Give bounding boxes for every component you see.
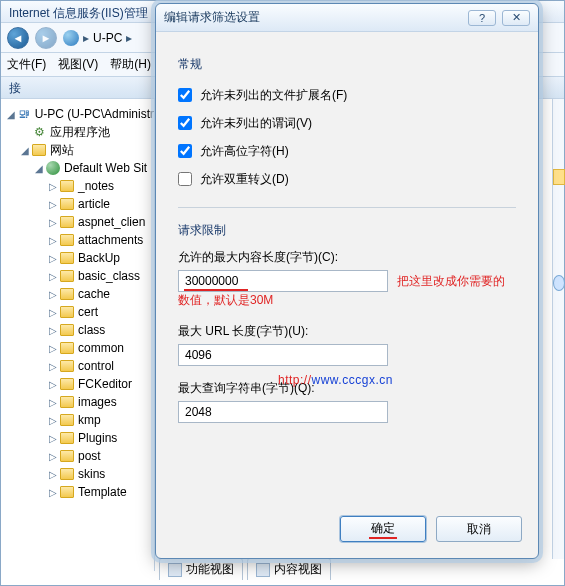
tree-folder-node[interactable]: ▷article bbox=[1, 195, 154, 213]
tree-label: Default Web Sit bbox=[64, 161, 147, 175]
tree-folder-node[interactable]: ▷post bbox=[1, 447, 154, 465]
right-sidebar bbox=[552, 99, 564, 559]
checkbox-label: 允许高位字符(H) bbox=[200, 143, 289, 160]
features-icon bbox=[168, 563, 182, 577]
expand-icon[interactable]: ▷ bbox=[47, 181, 59, 192]
view-tabs: 功能视图 内容视图 bbox=[159, 557, 331, 581]
tree-folder-node[interactable]: ▷Template bbox=[1, 483, 154, 501]
expand-icon[interactable]: ▷ bbox=[47, 235, 59, 246]
help-icon[interactable] bbox=[553, 275, 565, 291]
site-icon bbox=[45, 160, 61, 176]
forward-button[interactable]: ► bbox=[35, 27, 57, 49]
back-button[interactable]: ◄ bbox=[7, 27, 29, 49]
input-max-query[interactable] bbox=[178, 401, 388, 423]
content-icon bbox=[256, 563, 270, 577]
expand-icon[interactable]: ▷ bbox=[47, 253, 59, 264]
dialog-titlebar[interactable]: 编辑请求筛选设置 ? ✕ bbox=[156, 4, 538, 32]
tree-label: 网站 bbox=[50, 142, 74, 159]
tree-folder-node[interactable]: ▷cache bbox=[1, 285, 154, 303]
expand-icon[interactable]: ▷ bbox=[47, 451, 59, 462]
input-max-content[interactable] bbox=[178, 270, 388, 292]
dialog-body: 常规 允许未列出的文件扩展名(F) 允许未列出的谓词(V) 允许高位字符(H) … bbox=[156, 32, 538, 433]
tree-folder-node[interactable]: ▷common bbox=[1, 339, 154, 357]
section-general: 常规 bbox=[178, 56, 516, 73]
expand-icon[interactable]: ▷ bbox=[47, 379, 59, 390]
tab-content-view[interactable]: 内容视图 bbox=[247, 558, 331, 580]
tree-label: common bbox=[78, 341, 124, 355]
tree-folder-node[interactable]: ▷class bbox=[1, 321, 154, 339]
expand-icon[interactable]: ▷ bbox=[47, 397, 59, 408]
folder-icon bbox=[59, 430, 75, 446]
ok-button[interactable]: 确定 bbox=[340, 516, 426, 542]
tree-label: FCKeditor bbox=[78, 377, 132, 391]
folder-icon bbox=[59, 448, 75, 464]
menu-help[interactable]: 帮助(H) bbox=[110, 56, 151, 73]
tree-label: class bbox=[78, 323, 105, 337]
tab-label: 内容视图 bbox=[274, 561, 322, 578]
help-button[interactable]: ? bbox=[468, 10, 496, 26]
sidebar-marker bbox=[553, 169, 565, 185]
checkbox-input[interactable] bbox=[178, 88, 192, 102]
tree-apppools-node[interactable]: ⚙ 应用程序池 bbox=[1, 123, 154, 141]
tab-features-view[interactable]: 功能视图 bbox=[159, 558, 243, 580]
checkbox-input[interactable] bbox=[178, 144, 192, 158]
expand-icon[interactable]: ▷ bbox=[47, 487, 59, 498]
checkbox-input[interactable] bbox=[178, 172, 192, 186]
checkbox-label: 允许未列出的文件扩展名(F) bbox=[200, 87, 347, 104]
tree-folder-node[interactable]: ▷basic_class bbox=[1, 267, 154, 285]
tree-folder-node[interactable]: ▷FCKeditor bbox=[1, 375, 154, 393]
expand-icon[interactable]: ▷ bbox=[47, 217, 59, 228]
tree-label: post bbox=[78, 449, 101, 463]
expand-icon[interactable]: ▷ bbox=[47, 343, 59, 354]
main-title: Internet 信息服务(IIS)管理 bbox=[9, 6, 148, 20]
expand-icon[interactable]: ▷ bbox=[47, 289, 59, 300]
tree-label: attachments bbox=[78, 233, 143, 247]
close-button[interactable]: ✕ bbox=[502, 10, 530, 26]
expand-icon[interactable]: ▷ bbox=[47, 361, 59, 372]
tree-folder-node[interactable]: ▷Plugins bbox=[1, 429, 154, 447]
tree-folder-node[interactable]: ▷attachments bbox=[1, 231, 154, 249]
expand-icon[interactable]: ▷ bbox=[47, 433, 59, 444]
section-limits: 请求限制 bbox=[178, 222, 516, 239]
collapse-icon[interactable]: ◢ bbox=[33, 163, 45, 174]
tree-folder-node[interactable]: ▷skins bbox=[1, 465, 154, 483]
expand-icon[interactable]: ▷ bbox=[47, 199, 59, 210]
expand-icon[interactable]: ▷ bbox=[47, 307, 59, 318]
cancel-button[interactable]: 取消 bbox=[436, 516, 522, 542]
expand-icon[interactable]: ▷ bbox=[47, 271, 59, 282]
checkbox-input[interactable] bbox=[178, 116, 192, 130]
folder-icon bbox=[59, 322, 75, 338]
button-label: 取消 bbox=[467, 521, 491, 538]
checkbox-allow-highbit[interactable]: 允许高位字符(H) bbox=[178, 139, 516, 163]
tree-sites-node[interactable]: ◢ 网站 bbox=[1, 141, 154, 159]
menu-view[interactable]: 视图(V) bbox=[58, 56, 98, 73]
label-max-url: 最大 URL 长度(字节)(U): bbox=[178, 323, 516, 340]
tree-folder-node[interactable]: ▷_notes bbox=[1, 177, 154, 195]
tree-folder-node[interactable]: ▷images bbox=[1, 393, 154, 411]
tree-host-node[interactable]: ◢ 🖳 U-PC (U-PC\Administr bbox=[1, 105, 154, 123]
expand-icon[interactable]: ▷ bbox=[47, 325, 59, 336]
checkbox-allow-unlisted-verb[interactable]: 允许未列出的谓词(V) bbox=[178, 111, 516, 135]
folder-icon bbox=[59, 376, 75, 392]
expand-icon[interactable]: ▷ bbox=[47, 469, 59, 480]
tree-label: control bbox=[78, 359, 114, 373]
checkbox-allow-unlisted-ext[interactable]: 允许未列出的文件扩展名(F) bbox=[178, 83, 516, 107]
checkbox-allow-double-escape[interactable]: 允许双重转义(D) bbox=[178, 167, 516, 191]
tree-folder-node[interactable]: ▷aspnet_clien bbox=[1, 213, 154, 231]
checkbox-label: 允许双重转义(D) bbox=[200, 171, 289, 188]
collapse-icon[interactable]: ◢ bbox=[5, 109, 16, 120]
expand-icon[interactable]: ▷ bbox=[47, 415, 59, 426]
tree-folder-node[interactable]: ▷kmp bbox=[1, 411, 154, 429]
tree-folder-node[interactable]: ▷BackUp bbox=[1, 249, 154, 267]
connections-tree[interactable]: ◢ 🖳 U-PC (U-PC\Administr ⚙ 应用程序池 ◢ 网站 ◢ … bbox=[1, 99, 155, 571]
collapse-icon[interactable]: ◢ bbox=[19, 145, 31, 156]
server-icon: 🖳 bbox=[16, 106, 31, 122]
folder-icon bbox=[59, 466, 75, 482]
tree-folder-node[interactable]: ▷control bbox=[1, 357, 154, 375]
tree-default-site-node[interactable]: ◢ Default Web Sit bbox=[1, 159, 154, 177]
menu-file[interactable]: 文件(F) bbox=[7, 56, 46, 73]
tree-label: article bbox=[78, 197, 110, 211]
tree-folder-node[interactable]: ▷cert bbox=[1, 303, 154, 321]
input-max-url[interactable] bbox=[178, 344, 388, 366]
folder-icon bbox=[59, 358, 75, 374]
